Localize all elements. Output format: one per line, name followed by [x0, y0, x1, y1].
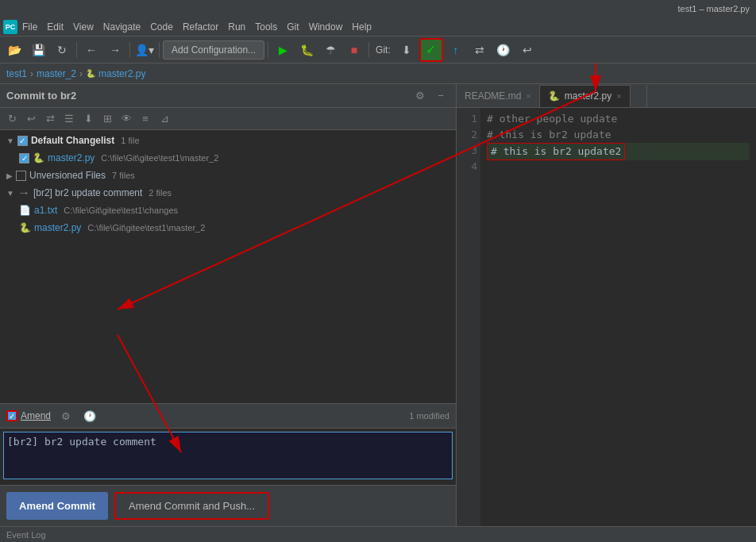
diff-btn[interactable]: ⇄: [41, 110, 59, 128]
tab-extra[interactable]: [631, 85, 647, 107]
event-log-bar[interactable]: Event Log: [0, 526, 756, 542]
changelist-count: 1 file: [121, 136, 139, 145]
filter-btn[interactable]: 👁: [118, 110, 135, 128]
tab-master2py[interactable]: 🐍 master2.py ×: [540, 85, 631, 107]
title-bar: test1 – master2.py: [0, 0, 756, 17]
breadcrumb-master2[interactable]: master_2: [37, 68, 76, 79]
coverage-btn[interactable]: ☂: [319, 39, 341, 61]
sep-2: [129, 42, 130, 58]
readme-close-icon[interactable]: ×: [526, 91, 530, 101]
rollback-btn[interactable]: ↩: [22, 110, 40, 128]
master2-tab-label: master2.py: [565, 90, 611, 102]
toolbar: 📂 💾 ↻ ← → 👤▾ Add Configuration... ▶ 🐛 ☂ …: [0, 37, 756, 63]
user-btn[interactable]: 👤▾: [133, 39, 156, 61]
amend-row: ✓ Amend ⚙ 🕐 1 modified: [0, 403, 456, 429]
save-btn[interactable]: 💾: [27, 39, 49, 61]
menu-window[interactable]: Window: [304, 20, 348, 34]
code-line-3: # this is br2 update2: [487, 143, 750, 160]
br2-commit-label: [br2] br2 update comment: [33, 187, 142, 198]
refresh-changes-btn[interactable]: ↻: [3, 110, 21, 128]
unversioned-label: Unversioned Files: [29, 170, 106, 181]
unversioned-row[interactable]: ▶ Unversioned Files 7 files: [0, 167, 456, 184]
stop-btn[interactable]: ■: [343, 39, 365, 61]
debug-btn[interactable]: 🐛: [295, 39, 318, 61]
br2-icon: →: [17, 186, 30, 200]
sync-btn[interactable]: ↻: [51, 39, 73, 61]
menu-navigate[interactable]: Navigate: [98, 20, 145, 34]
git-fetch-btn[interactable]: ⇄: [469, 39, 491, 61]
commit-message-input[interactable]: [br2] br2 update comment: [3, 432, 453, 479]
master2-file-row[interactable]: ✓ 🐍 master2.py C:\file\Git\gitee\test1\m…: [0, 149, 456, 167]
master2-br2-row[interactable]: 🐍 master2.py C:\file\Git\gitee\test1\mas…: [0, 219, 456, 236]
amend-checkbox-label[interactable]: ✓ Amend: [6, 410, 51, 421]
git-push-btn[interactable]: ↑: [445, 39, 467, 61]
txt-icon: 📄: [19, 205, 31, 216]
menu-code[interactable]: Code: [145, 20, 178, 34]
move-down-btn[interactable]: ⬇: [79, 110, 97, 128]
modified-badge: 1 modified: [409, 411, 449, 421]
amend-clock-btn[interactable]: 🕐: [81, 407, 98, 425]
git-commit-btn[interactable]: ✓: [419, 38, 443, 62]
master2-close-icon[interactable]: ×: [616, 91, 621, 101]
git-rollback-btn[interactable]: ↩: [516, 39, 538, 61]
add-config-btn[interactable]: Add Configuration...: [163, 40, 264, 60]
open-folder-btn[interactable]: 📂: [3, 39, 25, 61]
unversioned-checkbox[interactable]: [16, 171, 26, 181]
amend-label: Amend: [21, 410, 51, 421]
panel-header: Commit to br2 ⚙ −: [0, 84, 456, 108]
panel-title: Commit to br2: [6, 90, 76, 102]
py-icon: 🐍: [33, 152, 44, 163]
expand-btn[interactable]: ≡: [137, 110, 154, 128]
menu-bar: PC File Edit View Navigate Code Refactor…: [0, 17, 756, 37]
breadcrumb-master2py[interactable]: master2.py: [98, 68, 145, 79]
collapse-btn[interactable]: ⊿: [156, 110, 173, 128]
menu-refactor[interactable]: Refactor: [178, 20, 223, 34]
minimize-panel-btn[interactable]: −: [432, 87, 449, 105]
file-icon: 🐍: [86, 69, 95, 78]
code-lines[interactable]: # other people update # this is br2 upda…: [480, 108, 756, 526]
unversioned-count: 7 files: [112, 171, 135, 180]
code-area: 1 2 3 4 # other people update # this is …: [457, 108, 756, 526]
changelist-row[interactable]: ▼ ✓ Default Changelist 1 file: [0, 132, 456, 149]
view-list-btn[interactable]: ☰: [60, 110, 78, 128]
expand-changelist-icon: ▼: [6, 136, 14, 145]
sep-3: [159, 42, 160, 58]
tab-readme[interactable]: README.md ×: [457, 85, 540, 107]
expand-unversioned-icon: ▶: [6, 171, 13, 180]
run-btn[interactable]: ▶: [272, 39, 294, 61]
menu-help[interactable]: Help: [347, 20, 376, 34]
a1-file-row[interactable]: 📄 a1.txt C:\file\Git\gitee\test1\changes: [0, 202, 456, 219]
menu-run[interactable]: Run: [223, 20, 250, 34]
amend-settings-btn[interactable]: ⚙: [57, 407, 75, 425]
check-icon: ✓: [426, 42, 436, 57]
expand-br2-icon: ▼: [6, 189, 14, 198]
code-line-2: # this is br2 update: [487, 127, 750, 143]
master2-label: master2.py: [48, 152, 94, 163]
main-layout: Commit to br2 ⚙ − ↻ ↩ ⇄ ☰ ⬇ ⊞ 👁 ≡ ⊿ ▼ ✓ …: [0, 84, 756, 526]
code-line-1: # other people update: [487, 111, 750, 127]
menu-edit[interactable]: Edit: [42, 20, 68, 34]
br2-commit-row[interactable]: ▼ → [br2] br2 update comment 2 files: [0, 184, 456, 202]
changelist-checkbox[interactable]: ✓: [17, 136, 28, 146]
breadcrumb: test1 › master_2 › 🐍 master2.py: [0, 63, 756, 84]
breadcrumb-test1[interactable]: test1: [6, 68, 27, 79]
menu-view[interactable]: View: [68, 20, 98, 34]
back-btn[interactable]: ←: [80, 39, 102, 61]
br2-file-count: 2 files: [148, 188, 172, 198]
amend-commit-button[interactable]: Amend Commit: [6, 492, 108, 520]
changelist-label: Default Changelist: [31, 135, 114, 146]
git-label: Git:: [372, 44, 394, 56]
amend-commit-push-button[interactable]: Amend Commit and Push...: [114, 492, 269, 520]
menu-tools[interactable]: Tools: [250, 20, 282, 34]
git-update-btn[interactable]: ⬇: [395, 39, 418, 61]
master2-checkbox[interactable]: ✓: [19, 153, 29, 163]
group-btn[interactable]: ⊞: [98, 110, 116, 128]
git-history-btn[interactable]: 🕐: [492, 39, 515, 61]
amend-checkbox[interactable]: ✓: [6, 410, 17, 421]
sep-5: [368, 42, 369, 58]
settings-btn[interactable]: ⚙: [411, 87, 429, 105]
menu-git[interactable]: Git: [282, 20, 303, 34]
forward-btn[interactable]: →: [104, 39, 126, 61]
menu-file[interactable]: File: [17, 20, 42, 34]
a1-path: C:\file\Git\gitee\test1\changes: [64, 206, 178, 215]
